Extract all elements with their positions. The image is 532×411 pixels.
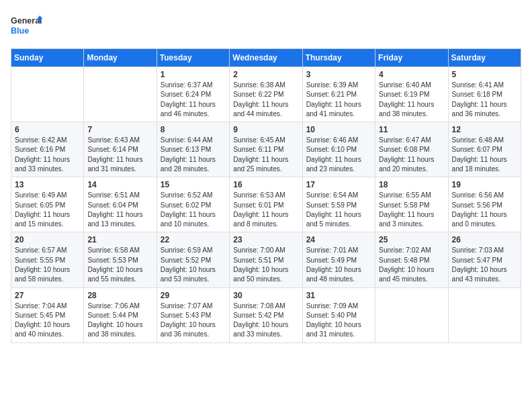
- cell-info: Sunrise: 7:02 AM Sunset: 5:48 PM Dayligh…: [379, 246, 444, 284]
- calendar-header: SundayMondayTuesdayWednesdayThursdayFrid…: [11, 49, 521, 67]
- week-row-1: 1Sunrise: 6:37 AM Sunset: 6:24 PM Daylig…: [11, 67, 521, 122]
- svg-text:Blue: Blue: [11, 26, 29, 36]
- cell-0-5: 4Sunrise: 6:40 AM Sunset: 6:19 PM Daylig…: [375, 67, 448, 122]
- cell-info: Sunrise: 7:09 AM Sunset: 5:40 PM Dayligh…: [306, 302, 371, 340]
- day-number: 12: [452, 125, 517, 134]
- day-number: 11: [379, 125, 444, 134]
- cell-3-6: 26Sunrise: 7:03 AM Sunset: 5:47 PM Dayli…: [448, 232, 521, 287]
- page-header: General Blue: [11, 11, 521, 40]
- cell-info: Sunrise: 6:58 AM Sunset: 5:53 PM Dayligh…: [87, 246, 152, 284]
- cell-0-1: [84, 67, 157, 122]
- cell-2-0: 13Sunrise: 6:49 AM Sunset: 6:05 PM Dayli…: [11, 177, 84, 232]
- cell-4-0: 27Sunrise: 7:04 AM Sunset: 5:45 PM Dayli…: [11, 287, 84, 342]
- cell-4-6: [448, 287, 521, 342]
- cell-2-1: 14Sunrise: 6:51 AM Sunset: 6:04 PM Dayli…: [84, 177, 157, 232]
- weekday-tuesday: Tuesday: [157, 49, 229, 67]
- cell-2-6: 19Sunrise: 6:56 AM Sunset: 5:56 PM Dayli…: [448, 177, 521, 232]
- weekday-wednesday: Wednesday: [230, 49, 302, 67]
- weekday-saturday: Saturday: [448, 49, 521, 67]
- day-number: 22: [161, 235, 226, 244]
- day-number: 6: [15, 125, 80, 134]
- cell-info: Sunrise: 6:48 AM Sunset: 6:07 PM Dayligh…: [452, 136, 517, 174]
- cell-3-1: 21Sunrise: 6:58 AM Sunset: 5:53 PM Dayli…: [84, 232, 157, 287]
- cell-info: Sunrise: 6:59 AM Sunset: 5:52 PM Dayligh…: [161, 246, 226, 284]
- cell-info: Sunrise: 7:01 AM Sunset: 5:49 PM Dayligh…: [306, 246, 371, 284]
- cell-info: Sunrise: 7:00 AM Sunset: 5:51 PM Dayligh…: [233, 246, 298, 284]
- day-number: 26: [452, 235, 517, 244]
- day-number: 9: [233, 125, 298, 134]
- cell-3-0: 20Sunrise: 6:57 AM Sunset: 5:55 PM Dayli…: [11, 232, 84, 287]
- day-number: 8: [161, 125, 226, 134]
- cell-3-4: 24Sunrise: 7:01 AM Sunset: 5:49 PM Dayli…: [302, 232, 375, 287]
- cell-info: Sunrise: 6:46 AM Sunset: 6:10 PM Dayligh…: [306, 136, 371, 174]
- weekday-monday: Monday: [84, 49, 157, 67]
- day-number: 13: [15, 180, 80, 189]
- day-number: 18: [379, 180, 444, 189]
- calendar-body: 1Sunrise: 6:37 AM Sunset: 6:24 PM Daylig…: [11, 67, 521, 343]
- weekday-sunday: Sunday: [11, 49, 84, 67]
- day-number: 20: [15, 235, 80, 244]
- cell-2-5: 18Sunrise: 6:55 AM Sunset: 5:58 PM Dayli…: [375, 177, 448, 232]
- day-number: 2: [233, 70, 298, 79]
- cell-info: Sunrise: 6:52 AM Sunset: 6:02 PM Dayligh…: [161, 191, 226, 229]
- cell-4-4: 31Sunrise: 7:09 AM Sunset: 5:40 PM Dayli…: [302, 287, 375, 342]
- day-number: 31: [306, 291, 371, 300]
- week-row-5: 27Sunrise: 7:04 AM Sunset: 5:45 PM Dayli…: [11, 287, 521, 342]
- day-number: 15: [161, 180, 226, 189]
- cell-info: Sunrise: 6:55 AM Sunset: 5:58 PM Dayligh…: [379, 191, 444, 229]
- day-number: 29: [161, 291, 226, 300]
- day-number: 1: [161, 70, 226, 79]
- cell-2-2: 15Sunrise: 6:52 AM Sunset: 6:02 PM Dayli…: [157, 177, 229, 232]
- cell-4-1: 28Sunrise: 7:06 AM Sunset: 5:44 PM Dayli…: [84, 287, 157, 342]
- cell-info: Sunrise: 6:40 AM Sunset: 6:19 PM Dayligh…: [379, 81, 444, 119]
- day-number: 3: [306, 70, 371, 79]
- cell-2-3: 16Sunrise: 6:53 AM Sunset: 6:01 PM Dayli…: [230, 177, 302, 232]
- cell-info: Sunrise: 6:47 AM Sunset: 6:08 PM Dayligh…: [379, 136, 444, 174]
- cell-3-3: 23Sunrise: 7:00 AM Sunset: 5:51 PM Dayli…: [230, 232, 302, 287]
- cell-info: Sunrise: 6:41 AM Sunset: 6:18 PM Dayligh…: [452, 81, 517, 119]
- day-number: 16: [233, 180, 298, 189]
- cell-1-1: 7Sunrise: 6:43 AM Sunset: 6:14 PM Daylig…: [84, 122, 157, 177]
- cell-info: Sunrise: 7:03 AM Sunset: 5:47 PM Dayligh…: [452, 246, 517, 284]
- cell-info: Sunrise: 6:42 AM Sunset: 6:16 PM Dayligh…: [15, 136, 80, 174]
- day-number: 27: [15, 291, 80, 300]
- cell-1-0: 6Sunrise: 6:42 AM Sunset: 6:16 PM Daylig…: [11, 122, 84, 177]
- day-number: 25: [379, 235, 444, 244]
- cell-2-4: 17Sunrise: 6:54 AM Sunset: 5:59 PM Dayli…: [302, 177, 375, 232]
- cell-4-2: 29Sunrise: 7:07 AM Sunset: 5:43 PM Dayli…: [157, 287, 229, 342]
- cell-info: Sunrise: 6:51 AM Sunset: 6:04 PM Dayligh…: [87, 191, 152, 229]
- week-row-4: 20Sunrise: 6:57 AM Sunset: 5:55 PM Dayli…: [11, 232, 521, 287]
- cell-info: Sunrise: 7:07 AM Sunset: 5:43 PM Dayligh…: [161, 302, 226, 340]
- day-number: 30: [233, 291, 298, 300]
- cell-1-6: 12Sunrise: 6:48 AM Sunset: 6:07 PM Dayli…: [448, 122, 521, 177]
- calendar-table: SundayMondayTuesdayWednesdayThursdayFrid…: [11, 48, 521, 343]
- cell-1-2: 8Sunrise: 6:44 AM Sunset: 6:13 PM Daylig…: [157, 122, 229, 177]
- cell-info: Sunrise: 6:49 AM Sunset: 6:05 PM Dayligh…: [15, 191, 80, 229]
- cell-1-4: 10Sunrise: 6:46 AM Sunset: 6:10 PM Dayli…: [302, 122, 375, 177]
- day-number: 4: [379, 70, 444, 79]
- cell-info: Sunrise: 6:53 AM Sunset: 6:01 PM Dayligh…: [233, 191, 298, 229]
- weekday-friday: Friday: [375, 49, 448, 67]
- day-number: 17: [306, 180, 371, 189]
- cell-4-5: [375, 287, 448, 342]
- day-number: 14: [87, 180, 152, 189]
- day-number: 19: [452, 180, 517, 189]
- cell-info: Sunrise: 7:08 AM Sunset: 5:42 PM Dayligh…: [233, 302, 298, 340]
- day-number: 7: [87, 125, 152, 134]
- cell-1-3: 9Sunrise: 6:45 AM Sunset: 6:11 PM Daylig…: [230, 122, 302, 177]
- cell-3-5: 25Sunrise: 7:02 AM Sunset: 5:48 PM Dayli…: [375, 232, 448, 287]
- day-number: 24: [306, 235, 371, 244]
- cell-info: Sunrise: 6:54 AM Sunset: 5:59 PM Dayligh…: [306, 191, 371, 229]
- week-row-2: 6Sunrise: 6:42 AM Sunset: 6:16 PM Daylig…: [11, 122, 521, 177]
- cell-0-0: [11, 67, 84, 122]
- cell-info: Sunrise: 6:57 AM Sunset: 5:55 PM Dayligh…: [15, 246, 80, 284]
- cell-0-4: 3Sunrise: 6:39 AM Sunset: 6:21 PM Daylig…: [302, 67, 375, 122]
- weekday-thursday: Thursday: [302, 49, 375, 67]
- cell-info: Sunrise: 6:37 AM Sunset: 6:24 PM Dayligh…: [161, 81, 226, 119]
- day-number: 21: [87, 235, 152, 244]
- day-number: 5: [452, 70, 517, 79]
- day-number: 28: [87, 291, 152, 300]
- svg-text:General: General: [11, 16, 42, 26]
- cell-4-3: 30Sunrise: 7:08 AM Sunset: 5:42 PM Dayli…: [230, 287, 302, 342]
- cell-0-2: 1Sunrise: 6:37 AM Sunset: 6:24 PM Daylig…: [157, 67, 229, 122]
